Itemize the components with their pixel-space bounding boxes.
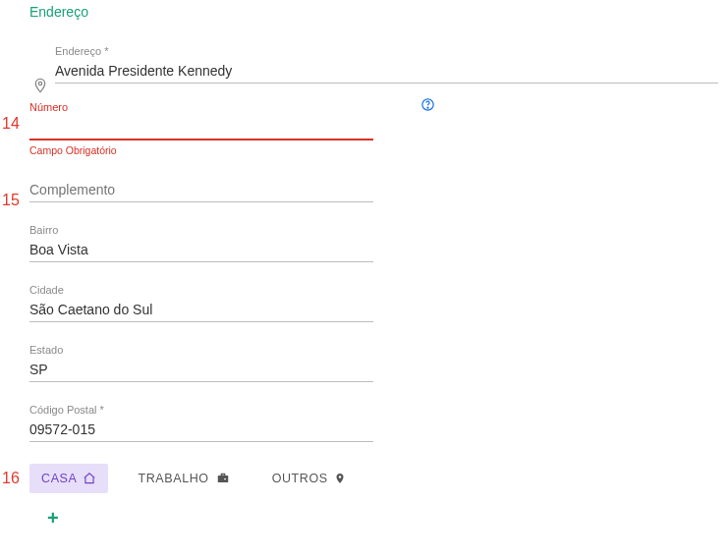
postal-input[interactable] — [29, 418, 373, 442]
complemento-input[interactable] — [29, 178, 373, 202]
cidade-label: Cidade — [29, 284, 373, 296]
help-icon[interactable] — [420, 97, 435, 115]
svg-rect-5 — [224, 478, 226, 479]
cidade-input[interactable] — [29, 298, 373, 322]
tag-trabalho[interactable]: TRABALHO — [126, 464, 242, 493]
endereco-input[interactable] — [55, 59, 718, 84]
tag-casa-label: CASA — [41, 472, 77, 485]
svg-point-2 — [427, 107, 428, 108]
step-marker-14: 14 — [2, 115, 20, 133]
bairro-label: Bairro — [29, 224, 373, 236]
step-marker-16: 16 — [2, 470, 20, 487]
svg-point-6 — [338, 476, 341, 478]
bairro-input[interactable] — [29, 238, 373, 262]
estado-label: Estado — [29, 344, 373, 356]
briefcase-icon — [215, 472, 231, 485]
numero-error-text: Campo Obrigatório — [29, 144, 373, 156]
map-pin-icon — [29, 76, 51, 101]
home-icon — [83, 472, 96, 485]
estado-input[interactable] — [29, 358, 373, 382]
add-address-button[interactable]: + — [47, 507, 59, 530]
postal-label: Código Postal * — [29, 404, 373, 416]
tag-outros-label: OUTROS — [272, 472, 328, 485]
svg-rect-4 — [221, 474, 225, 476]
tag-trabalho-label: TRABALHO — [138, 472, 208, 485]
section-title-endereco: Endereço — [29, 4, 718, 20]
svg-point-0 — [38, 82, 41, 84]
svg-rect-3 — [217, 476, 228, 482]
tag-casa[interactable]: CASA — [29, 464, 108, 493]
step-marker-15: 15 — [2, 192, 20, 209]
numero-input[interactable] — [29, 115, 373, 140]
numero-label: Número — [29, 101, 373, 113]
pin-icon — [334, 472, 346, 485]
tag-outros[interactable]: OUTROS — [260, 464, 358, 493]
endereco-label: Endereço * — [55, 45, 718, 57]
